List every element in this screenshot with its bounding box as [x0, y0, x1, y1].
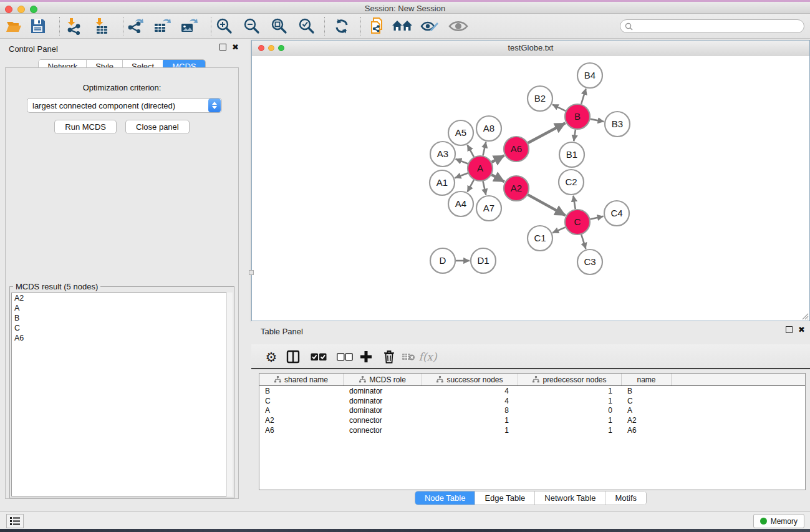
table-row[interactable]: A6connector11A6 [259, 425, 805, 435]
search-input[interactable] [635, 22, 791, 31]
edge-A2-C[interactable] [528, 195, 565, 215]
cell-shared-name: A2 [259, 416, 344, 425]
search-field[interactable] [620, 19, 804, 33]
result-item[interactable]: A6 [12, 333, 232, 343]
network-window-titlebar[interactable]: testGlobe.txt [252, 41, 809, 56]
export-table-icon[interactable] [152, 16, 173, 36]
table-settings-icon[interactable]: ⚙ [262, 347, 281, 366]
result-scrollbar[interactable] [226, 293, 233, 496]
edge-A-A1[interactable] [455, 173, 468, 178]
cell-MCDS-role: dominator [344, 387, 422, 395]
hierarchy-icon [274, 376, 281, 383]
resize-grip-icon[interactable] [800, 311, 809, 320]
task-history-button[interactable] [6, 514, 24, 528]
close-panel-button[interactable]: Close panel [125, 120, 190, 134]
show-columns-icon[interactable] [284, 347, 302, 366]
show-network-icon[interactable] [448, 16, 469, 36]
window-title: Session: New Session [0, 4, 810, 13]
edge-B-B1[interactable] [574, 130, 576, 141]
list-icon [10, 517, 20, 525]
node-label-A: A [477, 163, 483, 173]
tab-node-table[interactable]: Node Table [415, 491, 476, 505]
float-panel-icon[interactable] [219, 44, 226, 51]
column-header-name[interactable]: name [622, 374, 672, 385]
add-column-icon[interactable] [357, 347, 375, 366]
cell-shared-name: A6 [259, 426, 344, 435]
edge-B-B2[interactable] [552, 105, 566, 111]
zoom-in-icon[interactable] [214, 16, 235, 36]
edge-A-A3[interactable] [456, 159, 468, 164]
import-network-icon[interactable] [63, 16, 84, 36]
column-header-shared-name[interactable]: shared name [259, 374, 344, 385]
memory-label: Memory [771, 517, 798, 526]
mcds-result-list[interactable]: A2ABCA6 [11, 293, 233, 496]
edge-A-A8[interactable] [483, 142, 486, 155]
edge-B-B3[interactable] [591, 119, 604, 122]
column-header-MCDS-role[interactable]: MCDS role [344, 374, 422, 385]
toolbar-separator [59, 17, 60, 36]
result-item[interactable]: A2 [12, 293, 232, 303]
function-builder-icon[interactable]: f(x) [418, 347, 437, 366]
export-image-icon[interactable] [178, 16, 200, 36]
cell-shared-name: A [259, 406, 344, 415]
result-item[interactable]: B [12, 313, 232, 323]
network-canvas[interactable]: B4B2BB3A5A8A6B1A3AA1A2C2A4A7CC4C1C3DD1 [252, 56, 809, 321]
cell-successor-nodes: 1 [422, 416, 518, 425]
zoom-fit-icon[interactable] [269, 16, 290, 36]
tab-motifs[interactable]: Motifs [605, 491, 646, 505]
refresh-icon[interactable] [331, 16, 352, 36]
zoom-out-icon[interactable] [241, 16, 263, 36]
table-row[interactable]: Bdominator41B [259, 386, 805, 396]
column-header-predecessor-nodes[interactable]: predecessor nodes [518, 374, 622, 385]
close-table-panel-icon[interactable]: ✖ [798, 326, 805, 333]
main-toolbar [0, 14, 810, 39]
edge-B-B4[interactable] [581, 89, 586, 104]
node-label-A5: A5 [455, 127, 466, 138]
optimization-criterion-label: Optimization criterion: [6, 83, 238, 92]
delete-column-icon[interactable] [380, 347, 398, 366]
edge-A-A5[interactable] [468, 145, 474, 157]
home-icon[interactable] [392, 16, 413, 36]
table-row[interactable]: A2connector11A2 [259, 415, 805, 425]
cell-successor-nodes: 4 [422, 397, 518, 405]
hide-network-icon[interactable] [419, 16, 440, 36]
tab-edge-table[interactable]: Edge Table [475, 491, 535, 505]
node-label-A2: A2 [511, 183, 522, 193]
import-table-icon[interactable] [91, 16, 112, 36]
edge-A-A7[interactable] [483, 181, 486, 195]
memory-button[interactable]: Memory [753, 514, 804, 528]
float-table-panel-icon[interactable] [786, 326, 793, 333]
export-network-icon[interactable] [125, 16, 147, 36]
zoom-selected-icon[interactable] [296, 16, 317, 36]
cell-MCDS-role: connector [344, 426, 422, 435]
node-table[interactable]: shared nameMCDS rolesuccessor nodesprede… [259, 373, 806, 490]
delete-table-icon[interactable] [399, 347, 418, 366]
edge-C-C2[interactable] [573, 196, 575, 210]
edge-C-C1[interactable] [552, 227, 566, 233]
edge-C-C3[interactable] [581, 235, 586, 249]
result-item[interactable]: C [12, 323, 232, 333]
edge-A6-B[interactable] [528, 123, 566, 143]
run-mcds-button[interactable]: Run MCDS [54, 120, 117, 134]
cell-MCDS-role: connector [344, 416, 422, 425]
table-row[interactable]: Adominator80A [259, 406, 805, 416]
optimization-criterion-select[interactable]: largest connected component (directed) [27, 98, 222, 113]
edge-A-A6[interactable] [492, 155, 504, 162]
edge-A-A4[interactable] [468, 180, 474, 191]
result-item[interactable]: A [12, 303, 232, 313]
select-all-icon[interactable] [309, 347, 328, 366]
table-row[interactable]: Cdominator41C [259, 396, 805, 406]
cell-name: A [622, 406, 672, 415]
frame-resize-handle[interactable] [249, 270, 254, 275]
close-panel-icon[interactable]: ✖ [232, 44, 239, 51]
edge-C-C4[interactable] [590, 216, 603, 220]
duplicate-network-icon[interactable] [367, 16, 388, 36]
column-header-successor-nodes[interactable]: successor nodes [422, 374, 518, 385]
node-label-B: B [574, 111, 581, 122]
tab-network-table[interactable]: Network Table [535, 491, 605, 505]
node-label-B2: B2 [534, 93, 546, 104]
save-session-icon[interactable] [27, 16, 49, 36]
edge-A-A2[interactable] [491, 175, 504, 181]
deselect-all-icon[interactable] [335, 347, 354, 366]
open-session-icon[interactable] [4, 16, 25, 36]
